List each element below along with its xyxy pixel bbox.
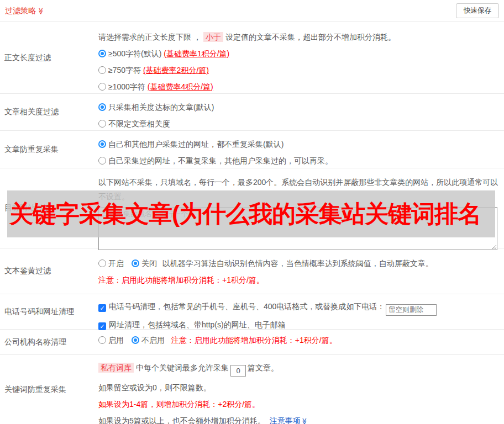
row-keyword-dedup: 关键词防重复采集 私有词库中每个关键词最多允许采集篇文章。 如果留空或设为0，则…	[0, 355, 504, 424]
checkbox-phone-clean[interactable]	[98, 304, 106, 312]
option-label: ≥500字符(默认)	[108, 49, 161, 58]
quick-save-button[interactable]: 快速保存	[456, 3, 499, 18]
radio-company-on[interactable]	[98, 336, 106, 344]
intro-post-text: 设定值的文章不采集，超出部分不增加积分消耗。	[225, 33, 396, 41]
option-label: 自己采集过的网址，不重复采集，其他用户采集过的，可以再采。	[108, 156, 333, 165]
row-content-porn-filter: 开启 关闭 以机器学习算法自动识别色情内容，当色情概率达到系统阈值，自动屏蔽文章…	[94, 248, 504, 294]
keyword-note-five-plus: 如果设为5篇或以上，也不会额外增加积分消耗。注意事项≫	[98, 415, 500, 424]
radio-750-chars[interactable]	[98, 66, 106, 74]
page-title-text: 过滤策略	[5, 6, 36, 15]
row-content-keyword-dedup: 私有词库中每个关键词最多允许采集篇文章。 如果留空或设为0，则不限篇数。 如果设…	[94, 355, 504, 424]
porn-filter-description: 以机器学习算法自动识别色情内容，当色情概率达到系统阈值，自动屏蔽文章。	[162, 259, 433, 268]
body-length-option-1000: ≥1000字符 (基础费率4积分/篇)	[98, 81, 500, 92]
notice-link-text: 注意事项	[270, 416, 301, 424]
relevance-option-2: 不限定文章相关度	[98, 118, 500, 129]
option-label: 关闭	[141, 259, 157, 268]
blocked-domains-textarea[interactable]	[98, 207, 497, 250]
replacement-phone-input[interactable]	[386, 304, 437, 316]
option-label: 启用	[108, 336, 124, 344]
row-dedup-filter: 文章防重复采集 自己和其他用户采集过的网址，都不重复采集(默认) 自己采集过的网…	[0, 131, 504, 168]
row-content-dedup: 自己和其他用户采集过的网址，都不重复采集(默认) 自己采集过的网址，不重复采集，…	[94, 131, 504, 168]
radio-dedup-own[interactable]	[98, 157, 106, 165]
radio-1000-chars[interactable]	[98, 83, 106, 91]
note-text: 如果设为5篇或以上，也不会额外增加积分消耗。	[98, 416, 265, 424]
keyword-note-unlimited: 如果留空或设为0，则不限篇数。	[98, 382, 500, 393]
company-clean-options: 启用 不启用 注意：启用此功能将增加积分消耗：+1积分/篇。	[98, 335, 500, 346]
max-articles-input[interactable]	[230, 365, 246, 377]
option-label: ≥750字符	[108, 66, 141, 75]
row-content-company-clean: 启用 不启用 注意：启用此功能将增加积分消耗：+1积分/篇。	[94, 330, 504, 354]
row-content-phone-url: 电话号码清理，包括常见的手机号、座机号、400电话格式，或替换成如下电话： 网址…	[94, 294, 504, 329]
row-content-body-length: 请选择需求的正文长度下限 ，小于设定值的文章不采集，超出部分不增加积分消耗。 ≥…	[94, 22, 504, 93]
body-length-option-500: ≥500字符(默认) (基础费率1积分/篇)	[98, 48, 500, 59]
row-label-porn-filter: 文本鉴黄过滤	[0, 248, 94, 294]
radio-company-off[interactable]	[132, 336, 139, 344]
fee-note: (基础费率2积分/篇)	[143, 66, 209, 75]
dedup-option-2: 自己采集过的网址，不重复采集，其他用户采集过的，可以再采。	[98, 155, 500, 166]
row-body-length-filter: 正文长度过滤 请选择需求的正文长度下限 ，小于设定值的文章不采集，超出部分不增加…	[0, 22, 504, 94]
keyword-note-fee: 如果设为1-4篇，则增加积分消耗：+2积分/篇。	[98, 399, 500, 410]
option-label: 开启	[108, 259, 124, 268]
row-relevance-filter: 文章相关度过滤 只采集相关度达标的文章(默认) 不限定文章相关度	[0, 94, 504, 131]
body-length-intro: 请选择需求的正文长度下限 ，小于设定值的文章不采集，超出部分不增加积分消耗。	[98, 31, 500, 43]
option-label: 不限定文章相关度	[108, 119, 170, 128]
radio-relevance-strict[interactable]	[98, 103, 106, 111]
page-title[interactable]: 过滤策略≫	[5, 6, 45, 16]
filter-settings-page: { "header": { "title": "过滤策略", "chevron"…	[0, 0, 504, 424]
url-clean-line: 网址清理，包括纯域名、带http(s)的网址、电子邮箱	[98, 319, 500, 330]
limit-text-post: 篇文章。	[248, 363, 279, 372]
row-phone-url-clean: 电话号码和网址清理 电话号码清理，包括常见的手机号、座机号、400电话格式，或替…	[0, 294, 504, 330]
row-label-target-site: 目标网站过滤	[0, 168, 94, 248]
row-label-keyword-dedup: 关键词防重复采集	[0, 355, 94, 424]
chevron-down-icon: ≫	[299, 418, 310, 424]
phone-clean-line: 电话号码清理，包括常见的手机号、座机号、400电话格式，或替换成如下电话：	[98, 301, 500, 316]
checkbox-label: 电话号码清理，包括常见的手机号、座机号、400电话格式，或替换成如下电话：	[109, 302, 385, 311]
body-length-option-750: ≥750字符 (基础费率2积分/篇)	[98, 65, 500, 76]
row-porn-filter: 文本鉴黄过滤 开启 关闭 以机器学习算法自动识别色情内容，当色情概率达到系统阈值…	[0, 248, 504, 294]
limit-text: 中每个关键词最多允许采集	[136, 363, 229, 372]
intro-pre-text: 请选择需求的正文长度下限 ，	[98, 33, 201, 41]
row-content-relevance: 只采集相关度达标的文章(默认) 不限定文章相关度	[94, 94, 504, 130]
radio-relevance-any[interactable]	[98, 120, 106, 128]
checkbox-url-clean[interactable]	[98, 322, 106, 330]
radio-porn-on[interactable]	[98, 259, 106, 267]
row-label-dedup: 文章防重复采集	[0, 131, 94, 168]
company-clean-note: 注意：启用此功能将增加积分消耗：+1积分/篇。	[171, 336, 337, 344]
option-label: ≥1000字符	[108, 82, 145, 91]
checkbox-label: 网址清理，包括纯域名、带http(s)的网址、电子邮箱	[109, 320, 286, 329]
relevance-option-1: 只采集相关度达标的文章(默认)	[98, 102, 500, 113]
keyword-limit-line: 私有词库中每个关键词最多允许采集篇文章。	[98, 362, 500, 377]
radio-porn-off[interactable]	[132, 259, 139, 267]
row-content-target-site: 以下网站不采集，只填域名，每行一个，最多200个。系统会自动识别并屏蔽那些非文章…	[94, 168, 504, 248]
fee-note: (基础费率4积分/篇)	[148, 82, 213, 91]
chevron-down-icon: ≫	[37, 7, 45, 14]
notice-link[interactable]: 注意事项≫	[270, 416, 308, 424]
row-label-body-length: 正文长度过滤	[0, 22, 94, 93]
option-label: 只采集相关度达标的文章(默认)	[108, 103, 214, 112]
option-label: 不启用	[141, 336, 165, 344]
intro-highlight: 小于	[203, 32, 223, 42]
porn-filter-note: 注意：启用此功能将增加积分消耗：+1积分/篇。	[98, 274, 500, 285]
row-label-company-clean: 公司机构名称清理	[0, 330, 94, 354]
fee-note: (基础费率1积分/篇)	[164, 49, 229, 58]
private-thesaurus-highlight: 私有词库	[98, 363, 134, 373]
dedup-option-1: 自己和其他用户采集过的网址，都不重复采集(默认)	[98, 139, 500, 150]
option-label: 自己和其他用户采集过的网址，都不重复采集(默认)	[108, 140, 284, 149]
row-label-phone-url: 电话号码和网址清理	[0, 294, 94, 329]
row-company-clean: 公司机构名称清理 启用 不启用 注意：启用此功能将增加积分消耗：+1积分/篇。	[0, 330, 504, 355]
topbar: 过滤策略≫ 快速保存	[0, 0, 504, 22]
row-target-site-filter: 目标网站过滤 以下网站不采集，只填域名，每行一个，最多200个。系统会自动识别并…	[0, 168, 504, 248]
radio-500-chars[interactable]	[98, 50, 106, 57]
porn-filter-options: 开启 关闭 以机器学习算法自动识别色情内容，当色情概率达到系统阈值，自动屏蔽文章…	[98, 258, 500, 269]
row-label-relevance: 文章相关度过滤	[0, 94, 94, 130]
radio-dedup-global[interactable]	[98, 140, 106, 148]
target-site-description: 以下网站不采集，只填域名，每行一个，最多200个。系统会自动识别并屏蔽那些非文章…	[98, 175, 498, 204]
